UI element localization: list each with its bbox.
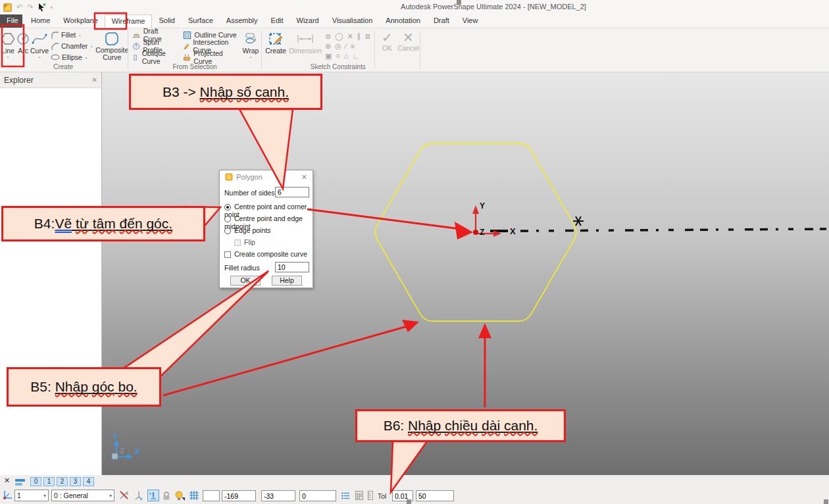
create-composite-curve-checkbox[interactable]: Create composite curve <box>224 250 307 258</box>
dimension-button: Dimension <box>288 30 322 63</box>
coordinate-z-input[interactable] <box>299 490 336 501</box>
z-axis-lock-icon[interactable]: z <box>147 490 159 501</box>
coordinate-list-icon[interactable] <box>341 490 351 501</box>
intelligent-cursor-icon[interactable] <box>174 490 186 501</box>
qat-customize-icon[interactable]: ▾ <box>50 5 53 11</box>
composite-curve-icon <box>104 31 120 47</box>
line-dropdown-caret[interactable]: ⌄ <box>6 55 10 59</box>
tab-surface[interactable]: Surface <box>182 14 220 28</box>
marquee-handle-top <box>457 0 461 5</box>
grid-icon[interactable] <box>188 490 200 501</box>
column-ruler-icon[interactable] <box>367 490 374 501</box>
level-number-combo[interactable]: 1▾ <box>14 490 49 501</box>
oblique-curve-button[interactable]: Oblique Curve <box>132 52 178 63</box>
tab-solid[interactable]: Solid <box>152 14 181 28</box>
level-chip-1[interactable]: 1 <box>43 477 55 486</box>
ribbon-group-create: Line ⌄ Arc ⌄ Curve ⌄ <box>0 28 126 72</box>
number-of-sides-input[interactable] <box>275 187 309 197</box>
tab-file[interactable]: File <box>0 14 22 28</box>
ellipse-icon <box>51 54 60 61</box>
level-name-combo[interactable]: 0 : General▾ <box>51 490 114 501</box>
application-window: ↶ ↷ ▾ Autodesk PowerShape Ultimate 2024 … <box>0 0 829 504</box>
polygon-help-button[interactable]: Help <box>272 276 302 286</box>
coordinate-x-input[interactable] <box>222 490 256 501</box>
curve-dropdown-caret[interactable]: ⌄ <box>38 55 41 59</box>
tab-visualisation[interactable]: Visualisation <box>326 14 380 28</box>
level-chip-2[interactable]: 2 <box>57 477 68 486</box>
tab-wizard[interactable]: Wizard <box>290 14 326 28</box>
fillet-radius-input[interactable] <box>275 262 309 272</box>
tab-view[interactable]: View <box>456 14 485 28</box>
workplane-axis-icon[interactable] <box>2 490 13 501</box>
flip-checkbox-box <box>234 239 241 246</box>
lock-icon[interactable] <box>162 490 171 501</box>
composite-checkbox-box[interactable] <box>224 251 231 258</box>
chamfer-icon <box>51 42 59 51</box>
dimension-icon <box>297 31 314 47</box>
composite-curve-button[interactable]: Composite Curve <box>95 30 128 63</box>
polygon-dialog-icon <box>225 173 233 181</box>
draft-curve-icon <box>132 31 141 39</box>
tab-home[interactable]: Home <box>24 14 57 28</box>
chamfer-button[interactable]: Chamfer⌄ <box>51 41 93 51</box>
y-axis-lock-icon[interactable]: y <box>133 490 145 501</box>
levels-close-icon[interactable]: ✕ <box>4 476 10 485</box>
callout-b3: B3 -> Nhập số canh. <box>129 74 322 110</box>
grid-size-input[interactable] <box>203 490 220 501</box>
wrap-button[interactable]: Wrap ⌄ <box>241 30 260 63</box>
curve-button[interactable]: Curve ⌄ <box>30 30 49 63</box>
fillet-icon <box>51 31 59 39</box>
hexagon-polygon-icon <box>0 31 16 47</box>
sketch-create-button[interactable]: Create <box>263 30 288 63</box>
level-chip-4[interactable]: 4 <box>83 477 94 486</box>
tab-annotation[interactable]: Annotation <box>379 14 427 28</box>
coincident-constraint-icon: ◎ <box>335 42 341 51</box>
redo-icon[interactable]: ↷ <box>27 3 34 12</box>
polygon-dialog: Polygon ✕ Number of sides Centre point a… <box>219 170 313 288</box>
explorer-panel[interactable] <box>0 88 102 475</box>
fillet-button[interactable]: Fillet⌄ <box>51 30 93 40</box>
quick-access-toolbar: ↶ ↷ ▾ <box>3 1 53 13</box>
levels-icon[interactable] <box>14 478 26 486</box>
origin-point <box>473 230 478 235</box>
mini-y-label: Y <box>113 432 118 440</box>
wrap-dropdown-caret[interactable]: ⌄ <box>249 55 253 59</box>
arc-button[interactable]: Arc ⌄ <box>16 30 30 63</box>
x-axis-label: X <box>510 226 516 236</box>
svg-text:y: y <box>140 497 142 501</box>
radio-edge-points-bullet[interactable] <box>224 228 231 234</box>
tab-assembly[interactable]: Assembly <box>220 14 264 28</box>
level-chip-0[interactable]: 0 <box>30 477 41 486</box>
sketch-cancel-button: ✕Cancel <box>397 28 418 72</box>
polygon-dialog-titlebar[interactable]: Polygon ✕ <box>220 170 313 184</box>
line-button[interactable]: Line ⌄ <box>0 30 16 63</box>
polygon-ok-button[interactable]: OK <box>230 276 261 286</box>
radio-centre-corner-bullet[interactable] <box>224 204 231 211</box>
radio-centre-edge-bullet[interactable] <box>224 216 231 222</box>
tab-wireframe[interactable]: Wireframe <box>105 14 153 28</box>
arc-dropdown-caret[interactable]: ⌄ <box>21 55 25 59</box>
undo-icon[interactable]: ↶ <box>16 3 23 12</box>
tab-edit[interactable]: Edit <box>264 14 290 28</box>
polygon-dialog-close-icon[interactable]: ✕ <box>301 173 307 182</box>
calculator-icon[interactable] <box>354 490 364 501</box>
app-icon[interactable] <box>3 3 13 13</box>
ellipse-button[interactable]: Ellipse⌄ <box>51 52 93 63</box>
level-chip-3[interactable]: 3 <box>70 477 81 486</box>
marquee-handle-bottom <box>407 499 411 504</box>
ribbon-group-sketch: Create Dimension ⊜◯✕∥≣ ⊕◎∕≡ ▣=⌂∟ Sketch … <box>263 28 373 72</box>
x-axis-lock-icon[interactable]: x <box>118 490 130 501</box>
x-axis-dashed-line <box>520 229 826 231</box>
sketch-ok-button: ✓OK <box>376 28 397 72</box>
command-length-input[interactable] <box>416 490 454 501</box>
cursor-tool-icon[interactable] <box>38 3 46 12</box>
callout-b5: B5: Nhập góc bo. <box>7 367 161 407</box>
explorer-close-icon[interactable]: ✕ <box>92 76 97 84</box>
coordinate-y-input[interactable] <box>261 490 295 501</box>
horizontal-constraint-icon: ≡ <box>351 42 355 50</box>
tab-draft[interactable]: Draft <box>427 14 456 28</box>
tab-workplane[interactable]: Workplane <box>57 14 104 28</box>
projected-curve-icon <box>183 53 191 62</box>
radio-edge-points[interactable]: Edge points <box>224 226 270 234</box>
projected-curve-button[interactable]: Projected Curve <box>183 52 238 63</box>
